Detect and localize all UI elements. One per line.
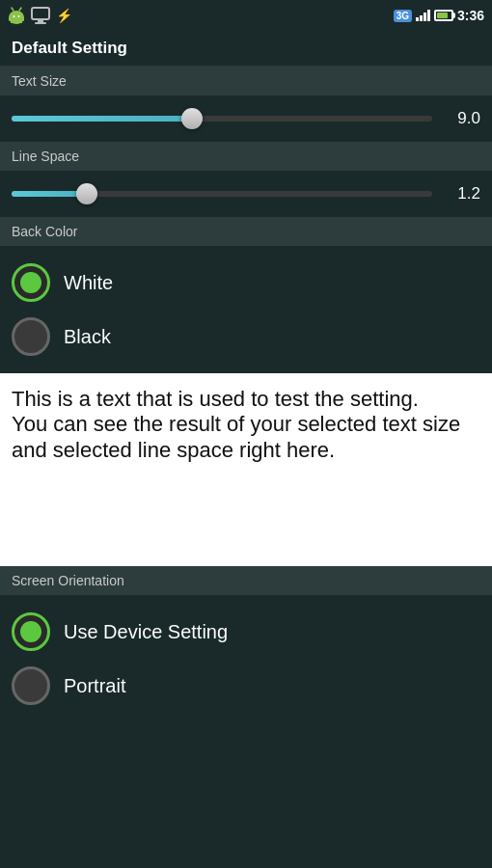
line-space-section-header: Line Space <box>0 142 492 171</box>
radio-label-portrait: Portrait <box>64 675 125 697</box>
screen-orientation-label: Screen Orientation <box>12 573 124 588</box>
svg-rect-2 <box>9 16 12 21</box>
svg-rect-1 <box>11 15 22 23</box>
line-space-label: Line Space <box>12 149 79 164</box>
android-icon <box>8 6 25 25</box>
back-color-radio-section: White Black <box>0 246 492 373</box>
svg-point-7 <box>18 15 20 17</box>
text-size-value: 9.0 <box>442 109 480 128</box>
status-bar-left: ⚡ <box>8 6 72 25</box>
radio-label-white: White <box>64 272 113 294</box>
3g-badge: 3G <box>394 10 412 22</box>
status-bar: ⚡ 3G 3:36 <box>0 0 492 31</box>
svg-line-4 <box>12 8 14 11</box>
radio-item-device[interactable]: Use Device Setting <box>12 605 480 659</box>
battery-icon <box>434 10 453 21</box>
page-title: Default Setting <box>12 39 127 57</box>
usb-icon: ⚡ <box>56 8 72 23</box>
signal-bars <box>416 10 430 21</box>
radio-item-portrait[interactable]: Portrait <box>12 659 480 713</box>
radio-circle-device[interactable] <box>12 612 50 651</box>
svg-point-6 <box>14 15 15 17</box>
radio-circle-white[interactable] <box>12 263 50 302</box>
line-space-slider[interactable] <box>12 184 432 203</box>
text-size-label: Text Size <box>12 73 67 89</box>
title-bar: Default Setting <box>0 31 492 67</box>
radio-item-white[interactable]: White <box>12 256 480 310</box>
line-space-value: 1.2 <box>442 184 480 203</box>
line-space-slider-section: 1.2 <box>0 171 492 217</box>
screen-orientation-section-header: Screen Orientation <box>0 566 492 595</box>
text-size-slider-section: 9.0 <box>0 95 492 142</box>
text-size-section-header: Text Size <box>0 67 492 95</box>
radio-label-device: Use Device Setting <box>64 621 228 643</box>
preview-area: This is a text that is used to test the … <box>0 373 492 566</box>
text-size-fill <box>12 116 192 122</box>
back-color-label: Back Color <box>12 224 77 239</box>
text-size-slider[interactable] <box>12 109 432 128</box>
back-color-section-header: Back Color <box>0 217 492 246</box>
radio-inner-device <box>20 621 41 642</box>
radio-inner-white <box>20 272 41 293</box>
radio-label-black: Black <box>64 326 111 348</box>
monitor-icon <box>31 7 50 24</box>
line-space-track <box>12 191 432 197</box>
preview-text: This is a text that is used to test the … <box>12 387 480 463</box>
svg-rect-8 <box>32 8 49 19</box>
status-bar-right: 3G 3:36 <box>394 8 484 23</box>
svg-rect-10 <box>35 22 46 24</box>
radio-circle-black[interactable] <box>12 317 50 356</box>
orientation-radio-section: Use Device Setting Portrait <box>0 595 492 722</box>
line-space-thumb[interactable] <box>76 183 97 204</box>
svg-line-5 <box>19 8 21 11</box>
text-size-track <box>12 116 432 122</box>
svg-rect-3 <box>21 16 24 21</box>
svg-rect-9 <box>38 19 43 22</box>
radio-circle-portrait[interactable] <box>12 666 50 705</box>
status-time: 3:36 <box>457 8 484 23</box>
radio-item-black[interactable]: Black <box>12 310 480 364</box>
text-size-thumb[interactable] <box>181 108 203 129</box>
